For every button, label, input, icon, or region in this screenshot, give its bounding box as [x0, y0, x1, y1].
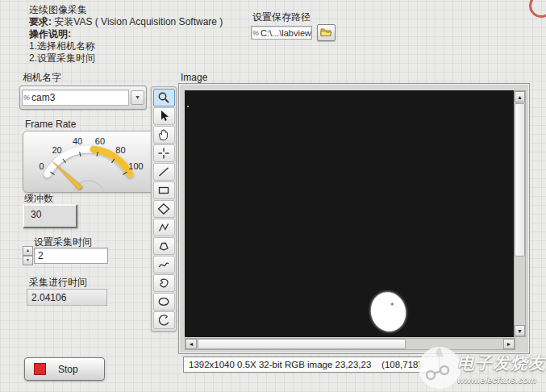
line-tool-icon — [156, 165, 171, 178]
image-canvas[interactable] — [185, 90, 514, 337]
watermark-title: 电子发烧友 — [457, 352, 546, 374]
oval-tool-icon — [156, 295, 171, 308]
vertical-scrollbar[interactable]: ▲ ▼ — [514, 90, 526, 337]
vertical-scroll-thumb[interactable] — [515, 103, 525, 256]
svg-text:80: 80 — [115, 145, 125, 155]
save-path-value: C:\...\labview — [260, 28, 311, 38]
stop-button-label: Stop — [58, 364, 78, 375]
image-display: ▲ ▼ ◄ ► — [178, 83, 530, 354]
camera-dropdown-button[interactable]: ▾ — [131, 90, 144, 105]
freehand-line-tool[interactable] — [153, 256, 175, 273]
watermark: 电子发烧友 www.elecfans.com — [417, 345, 546, 390]
camera-name-label: 相机名字 — [23, 71, 61, 85]
cursor-tool[interactable] — [153, 107, 175, 125]
camera-name-combo: % cam3 ▾ — [19, 85, 147, 110]
polyline-tool[interactable] — [153, 219, 175, 236]
svg-text:100: 100 — [128, 161, 143, 171]
camera-name-value: cam3 — [31, 92, 55, 103]
step-2: 2.设置采集时间 — [29, 52, 223, 65]
decrement-button[interactable]: ▼ — [23, 256, 33, 265]
rectangle-tool[interactable] — [153, 181, 175, 199]
line-tool[interactable] — [153, 163, 175, 181]
browse-folder-button[interactable] — [317, 24, 336, 41]
freehand-line-tool-icon — [156, 258, 171, 271]
acq-time-value: 2 — [38, 250, 44, 261]
tool-palette — [151, 86, 177, 332]
zoom-tool[interactable] — [153, 89, 175, 106]
freehand-region-tool[interactable] — [153, 274, 175, 292]
gauge-dial: 020406080100 — [23, 131, 156, 192]
scroll-down-button[interactable]: ▼ — [515, 325, 525, 336]
cropped-corner-watermark — [529, 0, 546, 18]
image-display-label: Image — [181, 72, 207, 83]
watermark-logo-icon — [417, 345, 462, 390]
camera-name-field[interactable]: % cam3 — [22, 90, 129, 106]
save-path-label: 设置保存路径 — [252, 10, 311, 24]
svg-text:60: 60 — [95, 136, 105, 146]
io-glyph-icon: % — [23, 94, 30, 102]
image-speck — [187, 106, 189, 107]
point-tool-icon — [156, 147, 171, 160]
acq-time-field[interactable]: 2 — [34, 248, 108, 264]
acq-time-control: ▲ ▼ 2 — [23, 247, 108, 265]
save-path-control: % C:\...\labview — [251, 24, 336, 41]
polygon-tool[interactable] — [153, 237, 175, 255]
step-1: 1.选择相机名称 — [29, 40, 223, 52]
chevron-down-icon: ▾ — [135, 94, 139, 101]
svg-text:40: 40 — [73, 136, 82, 146]
frame-rate-gauge[interactable]: 020406080100 — [23, 131, 157, 193]
rotated-rect-tool[interactable] — [153, 200, 175, 218]
stop-button[interactable]: Stop — [24, 357, 105, 381]
svg-text:20: 20 — [52, 145, 61, 155]
elapsed-time-value: 2.04106 — [31, 292, 66, 303]
rectangle-tool-icon — [156, 184, 171, 197]
steps-label: 操作说明: — [29, 28, 223, 40]
watermark-url: www.elecfans.com — [457, 375, 536, 385]
folder-icon — [320, 26, 332, 40]
instruction-title: 连续图像采集 — [29, 4, 223, 16]
buffer-count-value: 30 — [24, 206, 76, 220]
rotated-rect-tool-icon — [156, 202, 171, 215]
instruction-text: 连续图像采集 要求: 安装VAS ( Vision Acquisition So… — [29, 4, 223, 65]
polyline-tool-icon — [156, 221, 171, 234]
increment-button[interactable]: ▲ — [23, 246, 33, 256]
save-path-field[interactable]: % C:\...\labview — [251, 26, 312, 40]
requirement-text: 安装VAS ( Vision Acquisition Software ) — [52, 16, 223, 27]
oval-tool[interactable] — [153, 293, 175, 311]
image-info-bar: 1392x1040 0.5X 32-bit RGB image 23,23,23… — [183, 357, 440, 373]
bright-blob — [367, 289, 411, 336]
cursor-tool-icon — [156, 110, 171, 123]
scroll-up-button[interactable]: ▲ — [515, 91, 525, 102]
svg-text:0: 0 — [39, 161, 44, 171]
scroll-left-button[interactable]: ◄ — [185, 339, 197, 349]
front-panel: 连续图像采集 要求: 安装VAS ( Vision Acquisition So… — [0, 0, 546, 392]
acq-time-spinner: ▲ ▼ — [23, 246, 33, 265]
freehand-region-tool-icon — [156, 277, 171, 290]
point-tool[interactable] — [153, 144, 175, 162]
horizontal-scroll-thumb[interactable] — [198, 339, 406, 349]
frame-rate-label: Frame Rate — [25, 119, 76, 130]
stop-square-icon — [34, 363, 46, 375]
zoom-tool-icon — [156, 91, 171, 104]
blob-dark-spot — [391, 302, 394, 306]
pan-tool[interactable] — [153, 126, 175, 144]
path-glyph-icon: % — [252, 29, 259, 37]
elapsed-time-label: 采集进行时间 — [29, 276, 87, 290]
annulus-tool-icon — [156, 314, 171, 327]
polygon-tool-icon — [156, 240, 171, 252]
annulus-tool[interactable] — [153, 311, 175, 329]
pan-tool-icon — [156, 128, 171, 141]
requirement-label: 要求: — [29, 16, 52, 27]
buffer-count-indicator: 30 — [23, 204, 77, 228]
elapsed-time-indicator: 2.04106 — [27, 289, 107, 306]
